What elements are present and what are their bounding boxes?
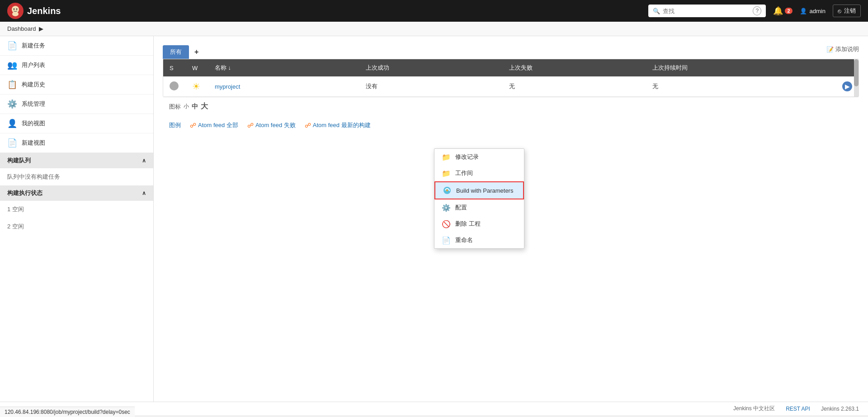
col-name: 名称 ↓	[208, 59, 359, 76]
sidebar-item-label: 用户列表	[22, 61, 45, 69]
menu-item-delete-project[interactable]: 🚫 删除 工程	[434, 216, 524, 232]
last-success-cell: 没有	[359, 76, 503, 97]
system-manage-icon: ⚙️	[7, 99, 17, 109]
main-content: 📝 添加说明 所有 + S W 名称 ↓ 上次成功 上次失败	[154, 36, 868, 402]
jenkins-title: Jenkins	[27, 6, 61, 16]
icon-size-mid-button[interactable]: 中	[192, 103, 198, 111]
status-url: 120.46.84.196:8080/job/myproject/build?d…	[5, 409, 130, 415]
icon-size-small-button[interactable]: 小	[184, 103, 189, 110]
folder-icon-changelog: 📁	[442, 152, 451, 161]
delete-icon-project: 🚫	[442, 219, 451, 228]
atom-fail-label: Atom feed 失败	[255, 121, 296, 129]
executor-item-1: 1 空闲	[0, 201, 153, 218]
build-executor-title: 构建执行状态	[7, 189, 42, 197]
atom-feed-fail-link[interactable]: ☍ Atom feed 失败	[247, 121, 296, 129]
feed-links: 图例 ☍ Atom feed 全部 ☍ Atom feed 失败 ☍ Atom …	[163, 116, 859, 135]
icon-size-label: 图标	[169, 103, 181, 111]
user-label: admin	[810, 8, 826, 14]
search-help-icon[interactable]: ?	[753, 6, 761, 15]
sidebar: 📄 新建任务 👥 用户列表 📋 构建历史 ⚙️ 系统管理 👤 我的视图 📄 新建…	[0, 36, 154, 402]
executor-item-2: 2 空闲	[0, 218, 153, 235]
row-action-arrow[interactable]: ▶	[842, 81, 852, 91]
icon-size-large-button[interactable]: 大	[201, 102, 208, 111]
jenkins-logo-icon	[7, 3, 24, 19]
col-w: W	[186, 59, 208, 76]
project-link[interactable]: myproject	[215, 83, 240, 90]
community-label: Jenkins 中文社区	[733, 405, 775, 412]
menu-item-change-log[interactable]: 📁 修改记录	[434, 149, 524, 165]
build-queue-collapse-icon[interactable]: ∧	[142, 157, 146, 164]
sidebar-item-new-task[interactable]: 📄 新建任务	[0, 36, 153, 56]
build-history-icon: 📋	[7, 80, 17, 90]
sidebar-item-label: 我的视图	[22, 119, 45, 128]
rest-api-link[interactable]: REST API	[786, 406, 810, 412]
menu-item-rename[interactable]: 📄 重命名	[434, 232, 524, 248]
sidebar-item-label: 构建历史	[22, 81, 45, 89]
breadcrumb-home[interactable]: Dashboard	[7, 25, 36, 32]
build-queue-section: 构建队列 ∧	[0, 153, 153, 168]
notification-count: 2	[785, 8, 792, 14]
sidebar-item-system-manage[interactable]: ⚙️ 系统管理	[0, 95, 153, 114]
user-menu[interactable]: 👤 admin	[800, 8, 826, 14]
rss-icon-fail: ☍	[247, 122, 254, 129]
svg-point-3	[14, 9, 15, 10]
col-s: S	[163, 59, 186, 76]
atom-feed-latest-link[interactable]: ☍ Atom feed 最新的构建	[305, 121, 371, 129]
scrollbar[interactable]	[854, 59, 859, 97]
layout: 📄 新建任务 👥 用户列表 📋 构建历史 ⚙️ 系统管理 👤 我的视图 📄 新建…	[0, 36, 868, 402]
header: Jenkins 🔍 ? 🔔 2 👤 admin ⎋ 注销	[0, 0, 868, 22]
jobs-table-container: S W 名称 ↓ 上次成功 上次失败 上次持续时间	[163, 59, 859, 97]
atom-latest-label: Atom feed 最新的构建	[313, 121, 371, 129]
legend-link[interactable]: 图例	[169, 121, 181, 129]
user-icon: 👤	[800, 8, 807, 14]
last-failure-cell: 无	[503, 76, 646, 97]
scrollbar-thumb[interactable]	[854, 59, 859, 86]
build-queue-title: 构建队列	[7, 156, 31, 165]
my-views-icon: 👤	[7, 118, 17, 128]
menu-item-build-with-params[interactable]: Build with Parameters	[434, 181, 524, 199]
last-duration-cell: 无	[646, 76, 836, 97]
sidebar-item-user-list[interactable]: 👥 用户列表	[0, 56, 153, 75]
add-description-button[interactable]: 📝 添加说明	[826, 45, 859, 53]
status-grey-icon	[170, 81, 179, 90]
svg-point-2	[12, 12, 19, 16]
col-last-duration: 上次持续时间	[646, 59, 836, 76]
svg-point-7	[446, 190, 448, 191]
menu-item-workspace[interactable]: 📁 工作间	[434, 165, 524, 181]
logout-icon: ⎋	[838, 8, 841, 14]
logout-button[interactable]: ⎋ 注销	[833, 5, 861, 17]
atom-all-label: Atom feed 全部	[198, 121, 238, 129]
folder-icon-workspace: 📁	[442, 169, 451, 178]
logout-label: 注销	[844, 7, 856, 15]
add-description-label: 添加说明	[835, 45, 859, 53]
tab-all[interactable]: 所有	[163, 45, 189, 59]
sidebar-item-my-views[interactable]: 👤 我的视图	[0, 114, 153, 133]
sidebar-item-label: 新建任务	[22, 42, 45, 50]
legend-label: 图例	[169, 121, 181, 129]
new-view-icon: 📄	[7, 138, 17, 148]
table-header-row: S W 名称 ↓ 上次成功 上次失败 上次持续时间	[163, 59, 859, 76]
user-list-icon: 👥	[7, 60, 17, 70]
jenkins-logo[interactable]: Jenkins	[7, 3, 61, 19]
build-queue-empty: 队列中没有构建任务	[0, 168, 153, 185]
build-executor-section: 构建执行状态 ∧	[0, 185, 153, 201]
notifications-button[interactable]: 🔔 2	[773, 6, 792, 16]
sidebar-item-new-view[interactable]: 📄 新建视图	[0, 133, 153, 153]
col-last-failure: 上次失败	[503, 59, 646, 76]
jobs-table: S W 名称 ↓ 上次成功 上次失败 上次持续时间	[163, 59, 859, 97]
sidebar-item-label: 系统管理	[22, 100, 45, 108]
weather-sun-icon: ☀	[192, 81, 200, 91]
rename-icon: 📄	[442, 236, 451, 245]
search-input[interactable]	[663, 8, 750, 14]
sidebar-item-build-history[interactable]: 📋 构建历史	[0, 75, 153, 95]
version-label: Jenkins 2.263.1	[821, 406, 859, 412]
search-box[interactable]: 🔍 ?	[648, 5, 766, 17]
rss-icon-all: ☍	[190, 122, 196, 129]
new-task-icon: 📄	[7, 41, 17, 51]
tab-add-button[interactable]: +	[189, 45, 204, 59]
menu-item-configure[interactable]: ⚙️ 配置	[434, 199, 524, 216]
rss-icon-latest: ☍	[305, 122, 311, 129]
atom-feed-all-link[interactable]: ☍ Atom feed 全部	[190, 121, 238, 129]
search-icon: 🔍	[653, 8, 660, 14]
build-executor-collapse-icon[interactable]: ∧	[142, 190, 146, 196]
